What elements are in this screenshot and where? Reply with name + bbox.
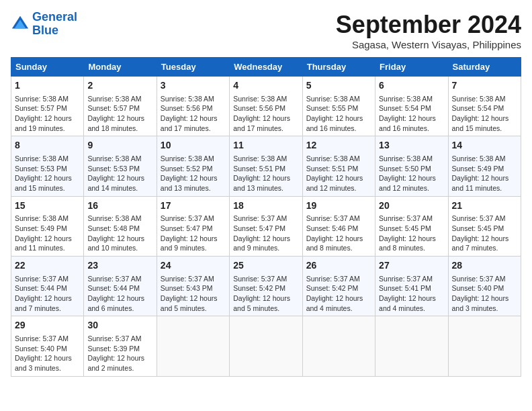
weekday-header-row: SundayMondayTuesdayWednesdayThursdayFrid… xyxy=(11,58,521,77)
title-section: September 2024 Sagasa, Western Visayas, … xyxy=(336,11,521,50)
day-cell: 4Sunrise: 5:38 AMSunset: 5:56 PMDaylight… xyxy=(230,77,302,136)
day-cell: 14Sunrise: 5:38 AMSunset: 5:49 PMDayligh… xyxy=(448,136,521,196)
day-cell: 28Sunrise: 5:37 AMSunset: 5:40 PMDayligh… xyxy=(448,257,521,316)
day-number: 6 xyxy=(379,79,444,93)
day-number: 19 xyxy=(306,199,371,213)
week-row-2: 8Sunrise: 5:38 AMSunset: 5:53 PMDaylight… xyxy=(11,136,521,196)
day-detail: Sunrise: 5:38 AMSunset: 5:53 PMDaylight:… xyxy=(87,154,152,193)
day-cell: 15Sunrise: 5:38 AMSunset: 5:49 PMDayligh… xyxy=(11,196,84,256)
day-detail: Sunrise: 5:38 AMSunset: 5:50 PMDaylight:… xyxy=(379,154,444,193)
day-detail: Sunrise: 5:38 AMSunset: 5:54 PMDaylight:… xyxy=(379,94,444,134)
day-cell: 23Sunrise: 5:37 AMSunset: 5:44 PMDayligh… xyxy=(84,257,157,316)
day-number: 24 xyxy=(161,259,226,273)
day-detail: Sunrise: 5:37 AMSunset: 5:42 PMDaylight:… xyxy=(306,274,371,314)
day-number: 5 xyxy=(306,79,371,93)
day-cell: 1Sunrise: 5:38 AMSunset: 5:57 PMDaylight… xyxy=(11,77,84,136)
day-cell: 19Sunrise: 5:37 AMSunset: 5:46 PMDayligh… xyxy=(302,196,375,256)
day-cell: 30Sunrise: 5:37 AMSunset: 5:39 PMDayligh… xyxy=(84,316,157,376)
day-cell xyxy=(302,316,375,376)
day-cell: 13Sunrise: 5:38 AMSunset: 5:50 PMDayligh… xyxy=(375,136,448,196)
day-number: 30 xyxy=(87,319,152,332)
day-cell: 7Sunrise: 5:38 AMSunset: 5:54 PMDaylight… xyxy=(448,77,521,136)
day-cell: 9Sunrise: 5:38 AMSunset: 5:53 PMDaylight… xyxy=(84,136,157,196)
day-number: 22 xyxy=(15,259,80,273)
calendar-table: SundayMondayTuesdayWednesdayThursdayFrid… xyxy=(11,57,521,377)
day-cell xyxy=(230,316,302,376)
day-cell: 12Sunrise: 5:38 AMSunset: 5:51 PMDayligh… xyxy=(302,136,375,196)
logo-text: General Blue xyxy=(32,11,77,38)
day-detail: Sunrise: 5:38 AMSunset: 5:56 PMDaylight:… xyxy=(161,94,226,134)
day-detail: Sunrise: 5:37 AMSunset: 5:47 PMDaylight:… xyxy=(233,214,298,253)
logo-general: General xyxy=(32,10,77,24)
day-number: 10 xyxy=(161,139,226,152)
day-cell: 8Sunrise: 5:38 AMSunset: 5:53 PMDaylight… xyxy=(11,136,84,196)
weekday-header-tuesday: Tuesday xyxy=(157,58,229,77)
day-number: 26 xyxy=(306,259,371,273)
day-cell: 11Sunrise: 5:38 AMSunset: 5:51 PMDayligh… xyxy=(230,136,302,196)
day-number: 15 xyxy=(15,199,80,213)
day-detail: Sunrise: 5:37 AMSunset: 5:40 PMDaylight:… xyxy=(15,334,80,373)
day-detail: Sunrise: 5:38 AMSunset: 5:53 PMDaylight:… xyxy=(15,154,80,193)
day-number: 8 xyxy=(15,139,80,152)
day-detail: Sunrise: 5:38 AMSunset: 5:48 PMDaylight:… xyxy=(87,214,152,253)
day-cell: 17Sunrise: 5:37 AMSunset: 5:47 PMDayligh… xyxy=(157,196,229,256)
day-number: 9 xyxy=(87,139,152,152)
day-number: 13 xyxy=(379,139,444,152)
day-cell: 26Sunrise: 5:37 AMSunset: 5:42 PMDayligh… xyxy=(302,257,375,316)
day-detail: Sunrise: 5:37 AMSunset: 5:42 PMDaylight:… xyxy=(233,274,298,314)
logo: General Blue xyxy=(11,11,77,38)
weekday-header-thursday: Thursday xyxy=(302,58,375,77)
day-cell: 3Sunrise: 5:38 AMSunset: 5:56 PMDaylight… xyxy=(157,77,229,136)
day-detail: Sunrise: 5:38 AMSunset: 5:54 PMDaylight:… xyxy=(452,94,517,134)
day-cell: 5Sunrise: 5:38 AMSunset: 5:55 PMDaylight… xyxy=(302,77,375,136)
day-cell: 27Sunrise: 5:37 AMSunset: 5:41 PMDayligh… xyxy=(375,257,448,316)
day-number: 1 xyxy=(15,79,80,93)
day-number: 18 xyxy=(233,199,298,213)
day-detail: Sunrise: 5:38 AMSunset: 5:52 PMDaylight:… xyxy=(161,154,226,193)
month-title: September 2024 xyxy=(336,11,521,39)
week-row-3: 15Sunrise: 5:38 AMSunset: 5:49 PMDayligh… xyxy=(11,196,521,256)
day-detail: Sunrise: 5:37 AMSunset: 5:44 PMDaylight:… xyxy=(87,274,152,314)
day-detail: Sunrise: 5:37 AMSunset: 5:43 PMDaylight:… xyxy=(161,274,226,314)
day-detail: Sunrise: 5:38 AMSunset: 5:57 PMDaylight:… xyxy=(87,94,152,134)
day-cell: 18Sunrise: 5:37 AMSunset: 5:47 PMDayligh… xyxy=(230,196,302,256)
day-cell xyxy=(448,316,521,376)
day-number: 7 xyxy=(452,79,517,93)
weekday-header-wednesday: Wednesday xyxy=(230,58,302,77)
week-row-5: 29Sunrise: 5:37 AMSunset: 5:40 PMDayligh… xyxy=(11,316,521,376)
day-detail: Sunrise: 5:37 AMSunset: 5:45 PMDaylight:… xyxy=(379,214,444,253)
day-number: 12 xyxy=(306,139,371,152)
day-cell: 29Sunrise: 5:37 AMSunset: 5:40 PMDayligh… xyxy=(11,316,84,376)
day-number: 4 xyxy=(233,79,298,93)
day-detail: Sunrise: 5:38 AMSunset: 5:57 PMDaylight:… xyxy=(15,94,80,134)
week-row-4: 22Sunrise: 5:37 AMSunset: 5:44 PMDayligh… xyxy=(11,257,521,316)
day-cell: 20Sunrise: 5:37 AMSunset: 5:45 PMDayligh… xyxy=(375,196,448,256)
day-number: 2 xyxy=(87,79,152,93)
day-number: 29 xyxy=(15,319,80,332)
weekday-header-sunday: Sunday xyxy=(11,58,84,77)
day-cell: 10Sunrise: 5:38 AMSunset: 5:52 PMDayligh… xyxy=(157,136,229,196)
weekday-header-saturday: Saturday xyxy=(448,58,521,77)
day-detail: Sunrise: 5:38 AMSunset: 5:56 PMDaylight:… xyxy=(233,94,298,134)
week-row-1: 1Sunrise: 5:38 AMSunset: 5:57 PMDaylight… xyxy=(11,77,521,136)
weekday-header-monday: Monday xyxy=(84,58,157,77)
logo-icon xyxy=(11,15,30,34)
day-detail: Sunrise: 5:37 AMSunset: 5:40 PMDaylight:… xyxy=(452,274,517,314)
day-number: 17 xyxy=(161,199,226,213)
weekday-header-friday: Friday xyxy=(375,58,448,77)
day-cell: 2Sunrise: 5:38 AMSunset: 5:57 PMDaylight… xyxy=(84,77,157,136)
day-number: 16 xyxy=(87,199,152,213)
day-number: 3 xyxy=(161,79,226,93)
day-detail: Sunrise: 5:37 AMSunset: 5:39 PMDaylight:… xyxy=(87,334,152,373)
day-number: 11 xyxy=(233,139,298,152)
day-number: 27 xyxy=(379,259,444,273)
day-detail: Sunrise: 5:38 AMSunset: 5:49 PMDaylight:… xyxy=(15,214,80,253)
location: Sagasa, Western Visayas, Philippines xyxy=(336,39,521,50)
day-cell xyxy=(157,316,229,376)
day-detail: Sunrise: 5:37 AMSunset: 5:47 PMDaylight:… xyxy=(161,214,226,253)
day-number: 28 xyxy=(452,259,517,273)
day-number: 21 xyxy=(452,199,517,213)
day-number: 23 xyxy=(87,259,152,273)
logo-blue-word: Blue xyxy=(32,24,58,37)
day-detail: Sunrise: 5:38 AMSunset: 5:55 PMDaylight:… xyxy=(306,94,371,134)
